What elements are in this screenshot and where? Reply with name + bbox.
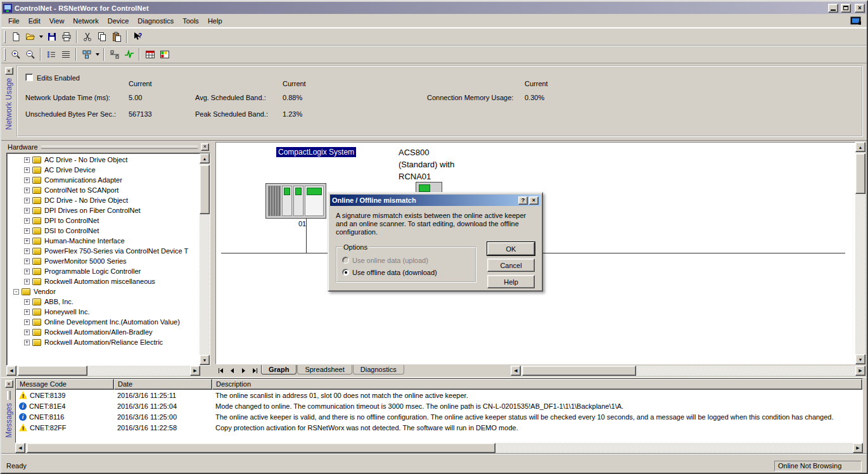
radio-selected-icon[interactable] [342,269,349,276]
menu-item[interactable]: Help [203,15,227,27]
close-button[interactable]: × [855,4,865,13]
use-offline-data-radio[interactable]: Use offline data (download) [342,267,470,278]
tree-item[interactable]: + ControlNet to SCANport [7,185,200,195]
scroll-down-icon[interactable]: ▼ [200,355,210,365]
graph-vertical-scrollbar[interactable]: ▲ ▼ [855,142,865,364]
next-tab-button[interactable] [238,366,249,375]
close-messages-panel-button[interactable]: × [5,380,13,388]
last-tab-button[interactable] [250,366,260,375]
messages-horizontal-scrollbar[interactable]: ◀ ▶ [15,443,863,453]
tree-item[interactable]: - Vendor [7,286,200,297]
tree-toggle-icon[interactable]: + [24,238,30,244]
detail-list-icon[interactable] [58,48,73,61]
close-network-usage-button[interactable]: × [5,67,13,75]
online-trend-icon[interactable] [122,48,136,61]
hardware-tree-vertical-scrollbar[interactable]: ▲ ▼ [200,153,210,365]
tree-toggle-icon[interactable]: + [24,340,30,345]
tree-item[interactable]: + AC Drive - No Drive Object [7,155,200,165]
tree-toggle-icon[interactable]: + [24,248,30,254]
network-topology-icon[interactable] [107,48,122,61]
tree-toggle-icon[interactable]: - [13,289,19,295]
menu-item[interactable]: Network [68,15,103,27]
node-palette-icon[interactable] [79,48,94,61]
tree-item[interactable]: + Rockwell Automation/Reliance Electric [7,337,200,347]
scroll-up-icon[interactable]: ▲ [855,142,865,152]
new-document-icon[interactable] [8,30,23,44]
restore-button[interactable] [841,4,851,13]
tab-diagnostics[interactable]: Diagnostics [353,365,404,375]
tree-toggle-icon[interactable]: + [24,208,30,214]
acs800-node-label[interactable]: ACS800 (Standard) with RCNA01 [399,146,454,183]
tree-item[interactable]: + Human-Machine Interface [7,236,200,246]
whats-this-help-icon[interactable]: ? [130,30,144,44]
scroll-track[interactable] [521,366,855,376]
tree-toggle-icon[interactable]: + [24,177,30,183]
scroll-thumb[interactable] [200,165,210,214]
tree-item[interactable]: + DSI to ControlNet [7,226,200,236]
copy-icon[interactable] [94,30,109,44]
tree-item[interactable]: + AC Drive Device [7,165,200,175]
menu-item[interactable]: Edit [24,15,45,27]
node-palette-dropdown[interactable] [94,48,101,61]
tree-toggle-icon[interactable]: + [24,279,30,285]
menu-item[interactable]: Tools [178,15,203,27]
print-icon[interactable] [59,30,73,44]
minimize-button[interactable] [828,4,838,13]
column-header-date[interactable]: Date [114,379,212,390]
cut-icon[interactable] [80,30,94,44]
message-row[interactable]: CNET:8139 2016/3/16 11:25:11 The online … [16,390,862,400]
tree-toggle-icon[interactable]: + [24,259,30,264]
tree-item[interactable]: + DPI Drives on Fiber ControlNet [7,205,200,215]
tree-item[interactable]: + DC Drive - No Drive Object [7,195,200,205]
tab-graph[interactable]: Graph [261,365,297,375]
scroll-right-icon[interactable]: ▶ [190,366,200,376]
message-row[interactable]: CNET:82FF 2016/3/16 11:22:58 Copy protec… [16,422,862,433]
channel-status-icon[interactable] [157,48,172,61]
edits-enabled-checkbox[interactable] [25,74,33,81]
graph-horizontal-scrollbar[interactable]: ◀ ▶ [511,366,865,376]
scroll-track[interactable] [16,366,190,376]
column-header-description[interactable]: Description [212,379,862,390]
scroll-thumb[interactable] [522,366,636,376]
tree-item[interactable]: + Online Development Inc.(Automation Val… [7,317,200,327]
dialog-titlebar[interactable]: Online / Offline mismatch ? × [330,195,540,206]
hardware-tree-horizontal-scrollbar[interactable]: ◀ ▶ [6,366,210,376]
tree-toggle-icon[interactable]: + [24,218,30,224]
network-graph-canvas[interactable]: CompactLogix System ACS800 (Standard) wi… [215,142,855,364]
tree-toggle-icon[interactable]: + [24,309,30,315]
toolbar-grip[interactable] [4,48,6,61]
cancel-button[interactable]: Cancel [487,259,535,272]
tree-toggle-icon[interactable]: + [24,269,30,274]
outline-list-icon[interactable] [44,48,58,61]
dialog-help-button[interactable]: ? [518,196,528,205]
help-button[interactable]: Help [487,275,535,288]
scanlist-table-icon[interactable] [143,48,157,61]
tree-toggle-icon[interactable]: + [24,319,30,325]
scroll-track[interactable] [200,163,210,355]
tree-item[interactable]: + Communications Adapter [7,175,200,185]
menu-item[interactable]: View [45,15,69,27]
tree-item[interactable]: + Rockwell Automation miscellaneous [7,276,200,286]
open-file-icon[interactable] [23,30,37,44]
tree-toggle-icon[interactable]: + [24,188,30,193]
tree-item[interactable]: + Programmable Logic Controller [7,266,200,276]
close-hardware-panel-button[interactable]: × [201,143,209,151]
tree-toggle-icon[interactable]: + [24,299,30,305]
scroll-track[interactable] [25,443,853,453]
messages-panel-grip[interactable] [7,391,11,400]
save-icon[interactable] [44,30,59,44]
first-tab-button[interactable] [215,366,226,375]
zoom-in-icon[interactable] [8,48,23,61]
toolbar-grip[interactable] [4,30,6,43]
compactlogix-device-image[interactable] [265,183,326,219]
hardware-panel-grab-handle[interactable] [41,146,198,149]
menu-item[interactable]: Diagnostics [133,15,178,27]
scroll-left-icon[interactable]: ◀ [511,366,521,376]
scroll-right-icon[interactable]: ▶ [853,443,863,453]
menu-item[interactable]: File [4,15,24,27]
tree-item[interactable]: + PowerFlex 750-Series via ControlNet De… [7,246,200,256]
tree-item[interactable]: + PowerMonitor 5000 Series [7,256,200,266]
mdi-child-icon[interactable] [850,16,862,25]
tree-toggle-icon[interactable]: + [24,330,30,335]
dialog-close-button[interactable]: × [529,196,539,205]
